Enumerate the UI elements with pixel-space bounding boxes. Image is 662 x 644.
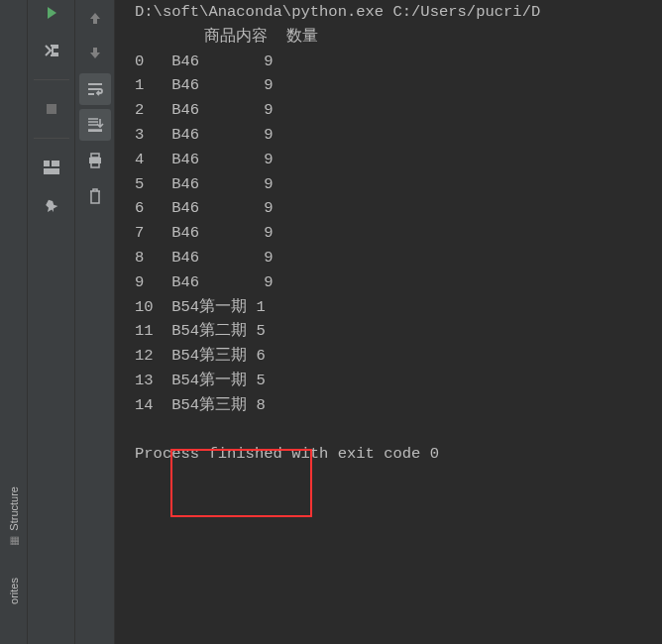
command-line: D:\soft\Anaconda\python.exe C:/Users/puc… [135,0,662,25]
stop-button[interactable] [41,98,62,120]
structure-icon: ▦ [7,535,20,548]
exit-message: Process finished with exit code 0 [135,442,662,467]
table-row: 6 B46 9 [135,196,662,221]
toolbar-divider [34,79,69,80]
structure-tool-window-button[interactable]: ▦ Structure [7,486,20,548]
table-row: 12 B54第三期 6 [135,344,662,369]
soft-wrap-button[interactable] [79,73,111,105]
svg-rect-4 [91,154,99,158]
table-row: 14 B54第三期 8 [135,393,662,418]
toolbar-divider [34,138,69,139]
table-row: 1 B46 9 [135,73,662,98]
col-content: 商品内容 [204,28,268,46]
svg-rect-3 [44,168,59,174]
table-row: 9 B46 9 [135,270,662,295]
table-row: 5 B46 9 [135,172,662,197]
table-row: 13 B54第一期 5 [135,369,662,393]
scroll-to-end-button[interactable] [79,109,111,141]
far-left-toolbar: ▦ Structure orites [0,0,28,644]
table-row: 8 B46 9 [135,246,662,270]
clear-button[interactable] [79,180,111,212]
table-row: 10 B54第一期 1 [135,295,662,320]
structure-label: Structure [8,486,20,531]
spacer [135,418,662,442]
table-row: 4 B46 9 [135,148,662,172]
favorites-label: orites [8,578,20,604]
rerun-button[interactable] [41,2,62,24]
col-quantity: 数量 [286,28,318,46]
table-row: 2 B46 9 [135,98,662,123]
table-header: 商品内容 数量 [135,25,662,50]
run-toolbar [28,0,75,644]
table-row: 0 B46 9 [135,50,662,74]
table-rows: 0 B46 91 B46 92 B46 93 B46 94 B46 95 B46… [135,50,662,418]
pin-button[interactable] [41,194,62,216]
svg-rect-2 [52,161,59,166]
console-output[interactable]: D:\soft\Anaconda\python.exe C:/Users/puc… [115,0,662,644]
svg-rect-1 [44,161,50,166]
console-actions-toolbar [75,0,115,644]
table-row: 3 B46 9 [135,123,662,148]
down-button[interactable] [79,38,111,69]
up-button[interactable] [79,2,111,34]
layout-button[interactable] [41,157,62,178]
print-button[interactable] [79,145,111,176]
settings-button[interactable] [41,40,62,61]
svg-rect-0 [47,104,56,114]
table-row: 7 B46 9 [135,221,662,246]
table-row: 11 B54第二期 5 [135,319,662,344]
svg-rect-6 [91,162,99,167]
favorites-tool-window-button[interactable]: orites [8,578,20,604]
